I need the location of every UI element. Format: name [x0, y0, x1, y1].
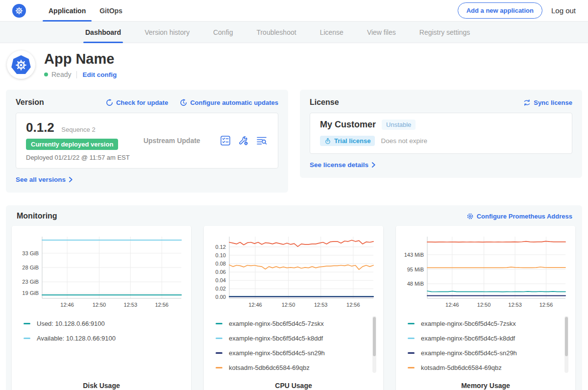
tab-label: Config — [213, 28, 233, 36]
refresh-icon — [106, 99, 113, 106]
memory-usage-panel: 143 MiB95 MiB48 MiB12:4612:5012:5312:56 … — [396, 226, 575, 390]
svg-text:95 MiB: 95 MiB — [407, 267, 424, 272]
series-color-dash — [408, 352, 415, 354]
version-number: 0.1.2 — [26, 120, 54, 135]
license-type-badge: Trial license — [320, 136, 375, 146]
top-nav-actions: Add a new application Log out — [458, 2, 576, 19]
badge-label: Trial license — [334, 137, 370, 145]
gear-icon — [466, 213, 474, 220]
svg-text:0.00: 0.00 — [216, 294, 226, 300]
series-color-dash — [216, 352, 222, 354]
svg-text:12:46: 12:46 — [248, 302, 262, 308]
disk-usage-chart: 33 GiB28 GiB23 GiB19 GiB12:4612:5012:531… — [17, 233, 186, 310]
nav-tab-gitops[interactable]: GitOps — [93, 0, 129, 21]
tab-config[interactable]: Config — [201, 22, 245, 43]
svg-text:12:56: 12:56 — [155, 302, 169, 308]
svg-text:0.12: 0.12 — [216, 244, 226, 250]
legend-scrollbar[interactable] — [372, 316, 376, 373]
series-label: Available: 10.128.0.66:9100 — [37, 335, 116, 342]
tab-label: License — [320, 28, 343, 36]
series-color-dash — [24, 338, 30, 339]
monitoring-title: Monitoring — [17, 212, 57, 220]
legend-scrollbar[interactable] — [564, 316, 568, 373]
series-label: example-nginx-5bc6f5d4c5-7zskx — [229, 320, 324, 327]
see-license-details-link[interactable]: See license details — [310, 161, 376, 169]
svg-text:12:50: 12:50 — [477, 302, 491, 308]
series-label: kotsadm-5db6dc6584-69qbz — [421, 364, 502, 371]
configure-automatic-updates-link[interactable]: Configure automatic updates — [180, 99, 278, 106]
svg-text:0.02: 0.02 — [216, 286, 226, 292]
series-color-dash — [408, 367, 415, 368]
series-label: example-nginx-5bc6f5d4c5-7zskx — [421, 320, 516, 327]
tab-registry-settings[interactable]: Registry settings — [408, 22, 482, 43]
deploy-logs-icon[interactable] — [256, 135, 267, 146]
top-nav-tabs: Application GitOps — [42, 0, 129, 21]
series-label: example-nginx-5bc6f5d4c5-k8ddf — [421, 335, 515, 342]
app-sub-nav: Dashboard Version history Config Trouble… — [0, 22, 588, 43]
version-card: Version Check for update Configure autom… — [6, 90, 288, 193]
link-label: Configure automatic updates — [190, 99, 278, 106]
series-label: example-nginx-5bc6f5d4c5-k8ddf — [229, 335, 323, 342]
deployed-badge: Currently deployed version — [26, 139, 118, 150]
scrollbar-thumb[interactable] — [373, 317, 376, 356]
see-all-versions-link[interactable]: See all versions — [16, 176, 73, 183]
legend-item: example-nginx-5bc6f5d4c5-sn29h — [408, 345, 575, 360]
configure-prometheus-link[interactable]: Configure Prometheus Address — [466, 213, 572, 220]
legend-item: example-nginx-5bc6f5d4c5-k8ddf — [216, 331, 383, 345]
svg-text:12:46: 12:46 — [60, 302, 74, 308]
svg-text:0.08: 0.08 — [216, 261, 226, 267]
version-source-label: Upstream Update — [130, 137, 220, 145]
tab-view-files[interactable]: View files — [355, 22, 408, 43]
tab-troubleshoot[interactable]: Troubleshoot — [245, 22, 308, 43]
series-color-dash — [216, 323, 222, 324]
charts-row: 33 GiB28 GiB23 GiB19 GiB12:4612:5012:531… — [12, 226, 576, 390]
status-dot-icon — [44, 73, 48, 76]
stopwatch-icon — [324, 138, 331, 145]
app-icon — [7, 50, 35, 79]
svg-text:19 GiB: 19 GiB — [22, 290, 39, 296]
legend-item: kotsadm-5db6dc6584-69qbz — [408, 360, 575, 375]
status-badge: Ready — [51, 71, 71, 78]
edit-config-link[interactable]: Edit config — [82, 71, 117, 78]
series-color-dash — [24, 323, 30, 324]
logout-link[interactable]: Log out — [551, 6, 576, 15]
tab-license[interactable]: License — [308, 22, 355, 43]
series-color-dash — [216, 338, 222, 339]
customer-name: My Customer — [320, 120, 376, 130]
nav-tab-application[interactable]: Application — [42, 0, 93, 21]
kubernetes-logo-icon — [12, 4, 26, 18]
series-label: Used: 10.128.0.66:9100 — [37, 320, 105, 327]
chart-title: CPU Usage — [204, 382, 383, 390]
memory-usage-legend: example-nginx-5bc6f5d4c5-7zskxexample-ng… — [408, 316, 575, 376]
svg-text:12:56: 12:56 — [539, 302, 553, 308]
page-title: App Name — [44, 51, 117, 67]
svg-text:12:53: 12:53 — [314, 302, 328, 308]
link-label: See all versions — [16, 176, 66, 183]
deployed-timestamp: Deployed 01/21/22 @ 11:57 am EST — [26, 154, 130, 161]
preflight-checks-icon[interactable] — [220, 135, 231, 146]
channel-badge: Unstable — [382, 120, 416, 130]
series-label: example-nginx-5bc6f5d4c5-sn29h — [421, 349, 517, 357]
legend-item: kotsadm-5db6dc6584-69qbz — [216, 360, 383, 375]
chevron-right-icon — [69, 176, 73, 183]
add-application-button[interactable]: Add a new application — [458, 2, 542, 19]
link-label: Configure Prometheus Address — [477, 213, 572, 220]
svg-text:12:46: 12:46 — [445, 302, 459, 308]
cpu-usage-chart: 0.120.100.080.060.040.020.0012:4612:5012… — [209, 233, 378, 310]
schedule-update-icon — [180, 99, 187, 106]
sync-license-link[interactable]: Sync license — [523, 99, 572, 106]
series-label: example-nginx-5bc6f5d4c5-sn29h — [229, 349, 325, 357]
divider — [76, 71, 77, 78]
check-for-update-link[interactable]: Check for update — [106, 99, 168, 106]
version-card-title: Version — [16, 98, 44, 107]
config-wrench-icon[interactable] — [238, 135, 249, 146]
svg-text:0.10: 0.10 — [216, 252, 226, 258]
nav-tab-label: Application — [49, 7, 86, 15]
tab-dashboard[interactable]: Dashboard — [74, 22, 133, 43]
scrollbar-thumb[interactable] — [565, 317, 568, 356]
monitoring-card: Monitoring Configure Prometheus Address … — [6, 205, 582, 390]
tab-version-history[interactable]: Version history — [133, 22, 201, 43]
chart-title: Memory Usage — [396, 382, 575, 390]
app-header: App Name Ready Edit config — [0, 43, 588, 85]
svg-text:0.06: 0.06 — [216, 269, 226, 275]
